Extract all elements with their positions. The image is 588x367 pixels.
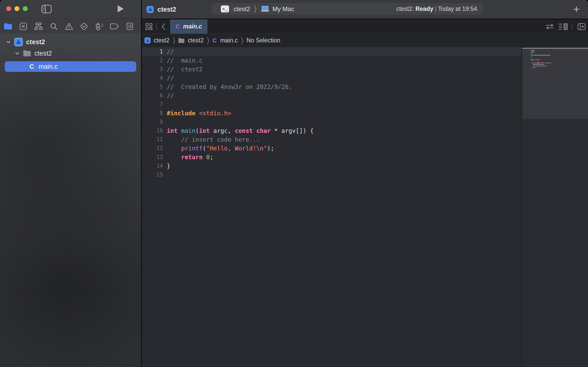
code-text: }: [163, 162, 170, 170]
jumpbar-item[interactable]: ctest2: [154, 37, 169, 44]
add-editor-icon[interactable]: [576, 19, 587, 34]
folder-icon: [178, 38, 185, 43]
c-file-icon: C: [213, 37, 217, 44]
xcode-window: ctest2 ctest2 C main.c: [0, 0, 588, 367]
related-items-grid-icon[interactable]: [144, 19, 154, 34]
tab-main-c[interactable]: C main.c: [170, 19, 207, 34]
code-line[interactable]: 2// main.c: [142, 56, 521, 65]
line-number: 10: [142, 126, 163, 135]
code-line[interactable]: 6//: [142, 91, 521, 100]
chevron-separator: 〉: [173, 36, 175, 45]
activity-status: ctest2: Ready | Today at 19:54: [396, 5, 477, 12]
issue-warning-icon[interactable]: [65, 22, 73, 31]
minimap-line-segment: [533, 64, 544, 65]
code-line[interactable]: 12 printf("Hello, World!\n");: [142, 144, 521, 153]
tree-label[interactable]: ctest2: [26, 38, 45, 46]
breakpoint-tag-icon[interactable]: [110, 22, 119, 31]
tab-bar: C main.c: [142, 19, 588, 34]
search-icon[interactable]: [49, 22, 58, 31]
navigator-sidebar: ctest2 ctest2 C main.c: [0, 0, 141, 367]
tabbar-separator: [156, 23, 157, 30]
line-number: 2: [142, 56, 163, 65]
code-text: [163, 100, 167, 109]
chevron-separator: 〉: [207, 36, 209, 45]
code-line[interactable]: 8#include <stdio.h>: [142, 109, 521, 118]
tree-label[interactable]: main.c: [39, 63, 58, 70]
line-number: 6: [142, 91, 163, 100]
minimap-line-segment: [533, 66, 536, 66]
back-chevron-icon[interactable]: [159, 19, 168, 34]
minimap-current-line: [522, 48, 588, 49]
code-line[interactable]: 9: [142, 118, 521, 126]
minimap-line-segment: [547, 63, 550, 63]
disclosure-chevron-icon[interactable]: [15, 51, 19, 56]
minimap-line-segment: [540, 63, 545, 63]
close-button[interactable]: [6, 6, 11, 11]
minimap-line-segment: [531, 69, 531, 70]
line-number: 15: [142, 170, 163, 179]
jumpbar-item[interactable]: ctest2: [188, 37, 203, 44]
tree-label[interactable]: ctest2: [34, 50, 52, 57]
minimap-line-segment: [534, 59, 540, 60]
scheme-status-pill[interactable]: >_ ctest2 〉 My Mac ctest2: Ready | Today…: [212, 3, 483, 15]
minimap-line-segment: [536, 67, 536, 68]
code-text: int main(int argc, const char * argv[]) …: [163, 126, 314, 135]
toolbar: ctest2 >_ ctest2 〉 My Mac ctest2: Ready …: [142, 0, 588, 19]
code-text: //: [163, 91, 174, 100]
code-text: // ctest2: [163, 65, 202, 74]
tree-row-main-c-selected[interactable]: C main.c: [5, 61, 136, 72]
minimap[interactable]: [522, 47, 588, 367]
code-line[interactable]: 14}: [142, 162, 521, 170]
source-control-icon[interactable]: [19, 22, 28, 31]
library-add-button[interactable]: +: [571, 4, 582, 14]
terminal-icon: >_: [221, 5, 229, 12]
disclosure-chevron-icon[interactable]: [6, 40, 11, 44]
minimap-line-segment: [533, 67, 535, 68]
line-number: 3: [142, 65, 163, 74]
tab-label: main.c: [183, 23, 202, 30]
code-line[interactable]: 15: [142, 170, 521, 179]
swap-editors-icon[interactable]: [544, 19, 555, 34]
tree-row-group[interactable]: ctest2: [0, 48, 141, 59]
code-line[interactable]: 3// ctest2: [142, 65, 521, 74]
tree-row-project[interactable]: ctest2: [0, 36, 141, 48]
project-app-icon: [145, 37, 150, 43]
symbol-hierarchy-icon[interactable]: [34, 22, 43, 31]
test-diamond-check-icon[interactable]: [80, 22, 88, 31]
minimize-button[interactable]: [14, 6, 19, 11]
minimap-line-segment: [531, 53, 532, 54]
code-line[interactable]: 13 return 0;: [142, 153, 521, 162]
code-line[interactable]: 11 // insert code here...: [142, 135, 521, 144]
scheme-target[interactable]: ctest2: [233, 5, 250, 13]
zoom-button[interactable]: [23, 6, 28, 11]
project-navigator-folder-icon[interactable]: [4, 22, 12, 31]
code-text: //: [163, 47, 174, 56]
jumpbar-item[interactable]: No Selection: [246, 37, 280, 44]
code-text: printf("Hello, World!\n");: [163, 144, 274, 153]
code-line[interactable]: 10int main(int argc, const char * argv[]…: [142, 126, 521, 135]
minimap-line-segment: [546, 63, 546, 63]
line-number: 12: [142, 144, 163, 153]
code-line[interactable]: 7: [142, 100, 521, 109]
code-line[interactable]: 4//: [142, 74, 521, 82]
scheme-destination[interactable]: My Mac: [273, 5, 294, 13]
code-review-icon[interactable]: [557, 19, 569, 34]
line-number: 1: [142, 47, 163, 56]
minimap-line-segment: [531, 55, 550, 56]
project-navigator-tree: ctest2 ctest2: [0, 36, 141, 59]
play-icon[interactable]: [117, 5, 124, 13]
report-list-icon[interactable]: [125, 22, 134, 31]
debug-spray-icon[interactable]: [95, 22, 104, 31]
folder-icon: [23, 50, 31, 57]
jumpbar-item[interactable]: main.c: [220, 37, 238, 44]
sidebar-toggle-icon[interactable]: [41, 4, 52, 14]
code-line[interactable]: 1//: [142, 47, 521, 56]
navigator-tab-bar: [0, 19, 141, 34]
minimap-line-segment: [531, 52, 534, 52]
minimap-line-segment: [535, 63, 536, 63]
minimap-line-segment: [531, 63, 532, 63]
code-line[interactable]: 5// Created by 4nsw3r on 2022/9/26.: [142, 82, 521, 91]
c-file-icon: C: [29, 63, 34, 70]
sidebar-titlebar: [0, 0, 141, 19]
source-editor[interactable]: 1//2// main.c3// ctest24//5// Created by…: [142, 47, 521, 179]
